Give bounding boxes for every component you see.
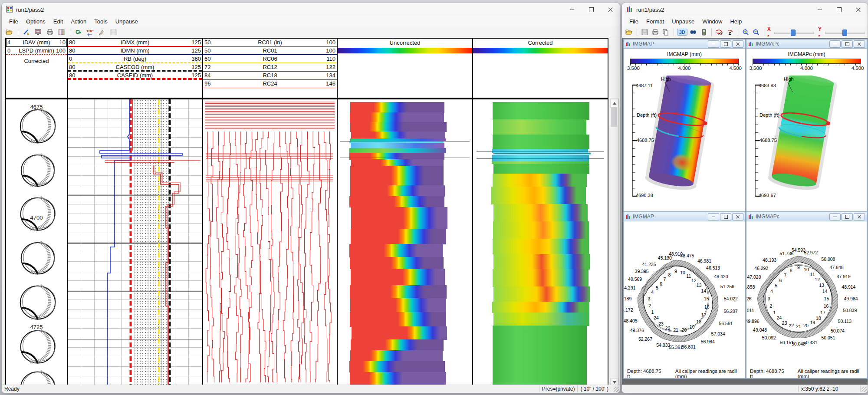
radius-value: 49.984 [844, 296, 858, 301]
high-label: High [784, 76, 794, 82]
curve-style-line [6, 54, 67, 55]
child-minimize-button[interactable] [708, 40, 719, 48]
child-minimize-button[interactable] [708, 213, 719, 221]
svg-text:Z: Z [729, 31, 731, 36]
annotate-icon[interactable] [97, 27, 107, 37]
minimize-button[interactable] [562, 3, 582, 16]
finger-number: 24 [777, 315, 782, 320]
child-titlebar[interactable]: IMGMAPc [746, 212, 867, 221]
menu-edit[interactable]: Edit [49, 17, 67, 26]
child-minimize-button[interactable] [829, 40, 841, 48]
zoom-out-icon[interactable] [752, 27, 761, 37]
screen-icon[interactable] [33, 27, 43, 37]
scroll-up-icon[interactable] [610, 99, 618, 107]
rotate-xy-icon[interactable]: XY [715, 27, 724, 37]
y-rotation-slider[interactable] [825, 29, 865, 35]
scale-label: IDMX (mm) [68, 39, 202, 46]
child-close-button[interactable] [854, 40, 865, 48]
scale-row-idav: 4IDAV (mm)10 [6, 39, 67, 47]
log-viewer-window: run1/pass2 FileOptionsEditActionToolsUnp… [1, 3, 620, 393]
finger-number: 12 [815, 277, 820, 282]
3d-toggle-button[interactable]: 3D [677, 29, 687, 36]
resize-grip[interactable] [614, 387, 619, 392]
track-imagemap-corrected [472, 99, 608, 387]
finger-number: 13 [697, 283, 702, 288]
child-titlebar[interactable]: IMGMAP [624, 212, 745, 221]
child-restore-button[interactable] [842, 40, 853, 48]
colorscale-tick-label: 4.500 [852, 66, 864, 71]
zoom-in-icon[interactable] [741, 27, 750, 37]
x-rotation-slider[interactable] [774, 29, 814, 35]
child-close-button[interactable] [854, 213, 865, 221]
maximize-button[interactable] [829, 3, 848, 16]
left-menubar: FileOptionsEditActionToolsUnpause [2, 16, 620, 26]
menu-unpause[interactable]: Unpause [112, 17, 142, 26]
child-titlebar[interactable]: IMGMAPc [746, 40, 867, 49]
child-titlebar[interactable]: IMGMAP [624, 40, 745, 49]
maximize-button[interactable] [582, 3, 601, 16]
collar-line [477, 158, 604, 159]
menu-action[interactable]: Action [67, 17, 90, 26]
go-top-icon[interactable]: TOP [85, 27, 95, 37]
scale-max: 100 [56, 47, 66, 54]
child-minimize-button[interactable] [829, 213, 841, 221]
colorscale-title: IMGMAPc (mm) [746, 49, 867, 57]
left-titlebar[interactable]: run1/pass2 [2, 3, 620, 16]
menu-help[interactable]: Help [726, 17, 746, 26]
image-strip [493, 119, 586, 135]
radius-value: 57.034 [711, 331, 725, 336]
window-title: run1/pass2 [16, 7, 44, 13]
track-curves [67, 99, 202, 387]
close-button[interactable] [848, 3, 868, 16]
curve-settings-icon[interactable] [56, 27, 67, 37]
menu-options[interactable]: Options [22, 17, 49, 26]
radius-value: 48.189 [624, 296, 631, 301]
save-icon[interactable] [640, 27, 649, 37]
scroll-thumb[interactable] [611, 107, 617, 127]
right-statusbar: x:350 y:62 z:-10 [622, 385, 868, 393]
continue-icon[interactable]: C [73, 27, 84, 37]
menu-window[interactable]: Window [698, 17, 726, 26]
cylinder-3d[interactable]: High 4683.83 Depth (ft) 4688.75 4693.67 [746, 76, 867, 210]
menu-file[interactable]: File [5, 17, 22, 26]
colorscale-bar [630, 59, 739, 64]
print-icon[interactable] [45, 27, 55, 37]
child-restore-button[interactable] [720, 40, 731, 48]
child-restore-button[interactable] [842, 213, 853, 221]
rotate-z-icon[interactable]: Z [725, 27, 734, 37]
window-title: run1/pass2 [636, 7, 664, 13]
find-icon[interactable] [689, 27, 698, 37]
cross-section-plot[interactable]: 149.896251.011352.526449.858547.020646.2… [746, 221, 867, 369]
minimize-button[interactable] [810, 3, 829, 16]
radius-value: 49.376 [630, 328, 644, 333]
image-strip [493, 326, 586, 387]
menu-file[interactable]: File [625, 17, 642, 26]
copy-icon[interactable] [661, 27, 671, 37]
log-scrollbar[interactable] [610, 99, 619, 387]
close-button[interactable] [601, 3, 620, 16]
radius-value: 48.420 [714, 274, 728, 279]
finger-number: 15 [704, 296, 709, 301]
resize-grip[interactable] [861, 387, 867, 392]
child-restore-button[interactable] [720, 213, 731, 221]
cross-section-plot[interactable]: 148.405248.172348.189444.291540.569639.3… [624, 221, 745, 369]
device-icon[interactable] [699, 27, 708, 37]
radius-value: 40.569 [628, 276, 642, 282]
log-header: 4IDAV (mm)100LSPD (m/min)100Corrected 80… [5, 38, 608, 99]
child-imgmap-3d: IMGMAP IMGMAP (mm)3.5004.0004.500 [623, 39, 746, 212]
child-close-button[interactable] [732, 213, 743, 221]
menu-tools[interactable]: Tools [90, 17, 111, 26]
cross-depth-label: Depth: 4688.75 ft [627, 369, 663, 378]
menu-format[interactable]: Format [642, 17, 668, 26]
print-icon[interactable] [651, 27, 660, 37]
open-icon[interactable] [4, 27, 15, 37]
radius-value: 54.033 [656, 342, 670, 348]
child-close-button[interactable] [732, 40, 743, 48]
cylinder-3d[interactable]: High 4687.11 Depth (ft) 4688.75 4690.38 [624, 76, 745, 210]
open-icon[interactable] [625, 27, 634, 37]
menu-unpause[interactable]: Unpause [668, 17, 698, 26]
finger-number: 9 [674, 269, 677, 274]
radius-value: 51.011 [746, 308, 754, 313]
tools-icon[interactable] [21, 27, 32, 37]
right-titlebar[interactable]: run1/pass2 [622, 3, 868, 16]
